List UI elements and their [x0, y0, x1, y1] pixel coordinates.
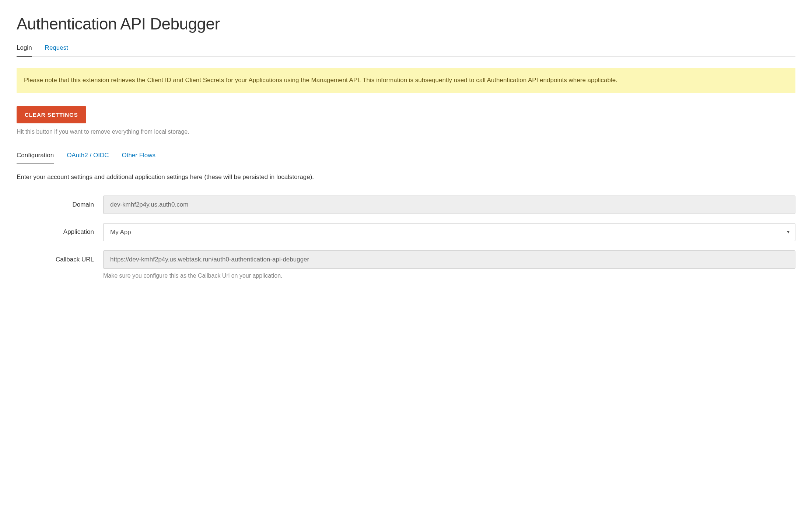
callback-input[interactable] [103, 250, 795, 269]
sub-tabs: Configuration OAuth2 / OIDC Other Flows [17, 152, 795, 164]
page-title: Authentication API Debugger [17, 15, 795, 33]
top-tabs: Login Request [17, 44, 795, 57]
subtab-other-flows[interactable]: Other Flows [122, 152, 155, 164]
form-row-application: Application My App ▼ [17, 223, 795, 241]
clear-settings-button[interactable]: CLEAR SETTINGS [17, 106, 86, 123]
subtab-configuration[interactable]: Configuration [17, 152, 54, 164]
callback-label: Callback URL [17, 256, 103, 263]
application-label: Application [17, 228, 103, 236]
domain-input[interactable] [103, 196, 795, 214]
form-row-callback: Callback URL [17, 250, 795, 269]
application-select[interactable]: My App [103, 223, 795, 241]
alert-warning: Please note that this extension retrieve… [17, 68, 795, 93]
subtab-oauth2-oidc[interactable]: OAuth2 / OIDC [67, 152, 109, 164]
tab-request[interactable]: Request [45, 44, 68, 57]
callback-hint: Make sure you configure this as the Call… [103, 272, 795, 279]
domain-label: Domain [17, 201, 103, 208]
form-row-domain: Domain [17, 196, 795, 214]
clear-settings-help: Hit this button if you want to remove ev… [17, 129, 795, 135]
config-section-intro: Enter your account settings and addition… [17, 173, 795, 181]
tab-login[interactable]: Login [17, 44, 32, 57]
